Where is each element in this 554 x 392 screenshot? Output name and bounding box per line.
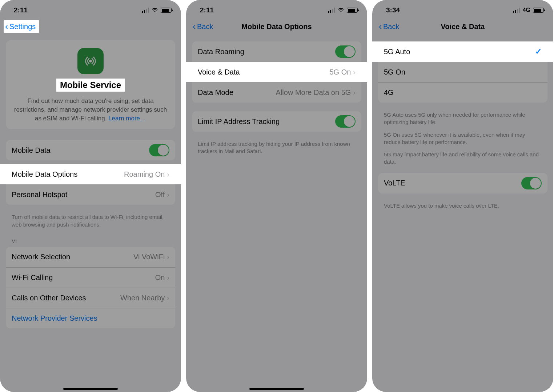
network-label: 4G [523,7,530,13]
row-mobile-data[interactable]: Mobile Data [6,140,175,160]
wifi-icon [152,8,158,13]
row-label: Mobile Data Options [6,170,124,179]
chevron-right-icon: › [167,191,169,199]
row-value: Roaming On [124,170,165,179]
row-personal-hotspot[interactable]: Personal Hotspot Off › [6,184,175,205]
chevron-right-icon: › [353,88,356,97]
row-label: Network Provider Services [12,314,169,323]
chevron-right-icon: › [167,253,169,261]
row-label: Personal Hotspot [12,191,155,199]
back-label: Settings [9,23,36,31]
screen-mobile-data-options: 2:11 ‹ Back Mobile Data Options Data Roa… [186,0,367,392]
toggle-data-roaming[interactable] [335,45,356,58]
row-label: Data Roaming [198,48,335,56]
page-title: Mobile Service [56,79,125,92]
status-time: 2:11 [14,6,28,14]
back-button[interactable]: ‹ Back [376,21,402,32]
home-indicator [63,388,118,390]
chevron-right-icon: › [353,68,361,76]
row-value: 5G On [329,68,351,76]
row-label: Voice & Data [192,68,329,76]
row-value: Vi VoWiFi [133,253,165,261]
hero-description: Find out how much data you're using, set… [11,97,170,123]
svg-point-0 [90,60,92,62]
signal-icon [513,8,520,13]
toggle-volte[interactable] [521,177,542,189]
row-mobile-data-options[interactable]: Mobile Data Options Roaming On › [0,164,181,184]
status-bar: 2:11 [0,0,181,18]
footer-text-5g-impact: 5G may impact battery life and reliabili… [372,151,553,173]
row-label: Wi-Fi Calling [12,273,155,282]
chevron-left-icon: ‹ [193,22,196,31]
footer-text-5g-auto: 5G Auto uses 5G only when needed for per… [372,111,553,131]
antenna-icon [77,48,104,74]
footer-text-volte: VoLTE allows you to make voice calls ove… [372,202,553,217]
row-network-provider-services[interactable]: Network Provider Services [6,308,175,328]
row-value: Allow More Data on 5G [276,88,351,97]
footer-text: Turn off mobile data to restrict all dat… [0,213,181,236]
battery-icon [347,8,358,13]
chevron-right-icon: › [167,170,175,179]
back-button[interactable]: ‹ Back [190,21,216,32]
footer-text: Limit IP address tracking by hiding your… [186,140,367,163]
battery-icon [533,8,544,13]
chevron-left-icon: ‹ [5,22,8,31]
screen-mobile-service: 2:11 ‹ Settings Mobile Service Find out … [0,0,181,392]
wifi-icon [338,8,344,13]
row-label: 5G Auto [378,48,535,56]
battery-icon [161,8,172,13]
row-label: Data Mode [198,88,276,97]
chevron-left-icon: ‹ [379,22,382,31]
status-bar: 3:34 4G [372,0,553,18]
nav-bar: ‹ Back Mobile Data Options [186,18,367,35]
toggle-limit-ip[interactable] [335,115,356,128]
row-value: When Nearby [120,294,165,302]
status-time: 2:11 [200,6,214,14]
row-limit-ip[interactable]: Limit IP Address Tracking [192,111,361,132]
row-wifi-calling[interactable]: Wi-Fi Calling On › [6,267,175,288]
back-label: Back [197,23,213,31]
volte-group: VoLTE [378,173,547,193]
limit-ip-group: Limit IP Address Tracking [192,111,361,132]
nav-bar: ‹ Settings [0,18,181,35]
row-data-mode[interactable]: Data Mode Allow More Data on 5G › [192,82,361,103]
network-options-group: 5G On 4G [378,62,547,103]
status-bar: 2:11 [186,0,367,18]
options-group-top: Data Roaming [192,41,361,62]
row-5g-auto[interactable]: 5G Auto ✓ [372,41,553,62]
checkmark-icon: ✓ [535,47,547,56]
row-value: Off [155,191,165,199]
row-label: Mobile Data [12,146,149,155]
home-indicator [249,388,304,390]
toggle-mobile-data[interactable] [149,144,169,156]
row-label: 4G [384,88,542,97]
footer-text-5g-on: 5G On uses 5G whenever it is available, … [372,131,553,151]
back-label: Back [383,23,399,31]
chevron-right-icon: › [167,273,169,282]
row-5g-on[interactable]: 5G On [378,62,547,82]
learn-more-link[interactable]: Learn more… [108,115,146,122]
row-label: Network Selection [12,253,133,261]
options-group-bottom: Data Mode Allow More Data on 5G › [192,82,361,103]
back-button[interactable]: ‹ Settings [4,20,39,33]
row-network-selection[interactable]: Network Selection Vi VoWiFi › [6,247,175,267]
status-time: 3:34 [386,6,400,14]
signal-icon [328,8,335,13]
carrier-group: Network Selection Vi VoWiFi › Wi-Fi Call… [6,247,175,328]
row-voice-and-data[interactable]: Voice & Data 5G On › [186,62,367,82]
signal-icon [142,8,149,13]
row-label: VoLTE [384,179,521,187]
row-value: On [155,273,165,282]
chevron-right-icon: › [167,294,169,302]
row-4g[interactable]: 4G [378,82,547,103]
hero-card: Mobile Service Find out how much data yo… [6,40,175,129]
row-data-roaming[interactable]: Data Roaming [192,41,361,62]
screen-voice-and-data: 3:34 4G ‹ Back Voice & Data 5G Auto ✓ 5G… [372,0,553,392]
row-label: 5G On [384,68,542,76]
row-label: Limit IP Address Tracking [198,117,335,126]
hotspot-group: Personal Hotspot Off › [6,184,175,205]
section-header-carrier: VI [0,236,181,247]
row-label: Calls on Other Devices [12,294,120,302]
row-volte[interactable]: VoLTE [378,173,547,193]
row-calls-other-devices[interactable]: Calls on Other Devices When Nearby › [6,288,175,308]
